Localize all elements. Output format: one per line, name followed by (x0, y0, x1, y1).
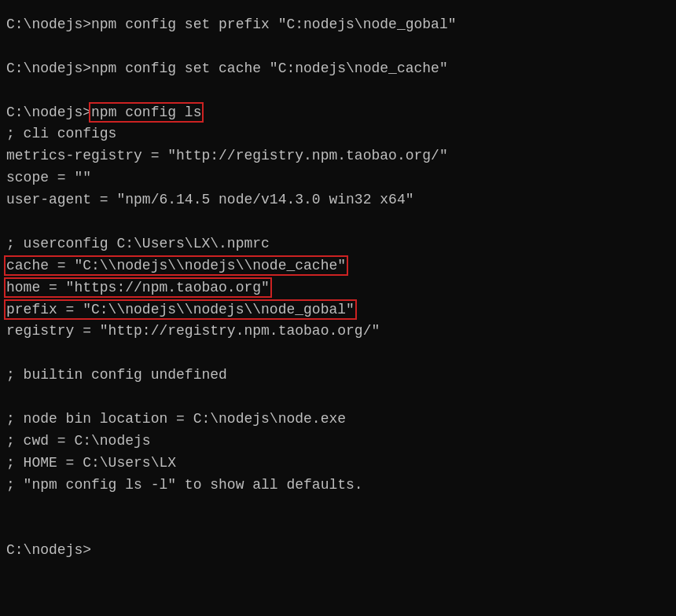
command-line-2: C:\nodejs>npm config set cache "C:nodejs… (6, 58, 670, 80)
output-line-cache: cache = "C:\\nodejs\\nodejs\\node_cache" (6, 255, 670, 277)
blank-line-4 (6, 343, 670, 365)
cache-value-box: cache = "C:\\nodejs\\nodejs\\node_cache" (6, 258, 346, 273)
output-line-prefix: prefix = "C:\\nodejs\\nodejs\\node_gobal… (6, 299, 670, 321)
output-line-node-bin: ; node bin location = C:\nodejs\node.exe (6, 409, 670, 431)
blank-line-1 (6, 36, 670, 58)
npm-config-ls-cmd: npm config ls (91, 104, 201, 120)
output-line-userconfig: ; userconfig C:\Users\LX\.npmrc (6, 233, 670, 255)
output-line-home-dir: ; HOME = C:\Users\LX (6, 453, 670, 475)
output-line-cli-configs: ; cli configs (6, 123, 670, 145)
blank-line-5 (6, 387, 670, 409)
command-line-3: C:\nodejs>npm config ls (6, 102, 670, 124)
output-line-builtin: ; builtin config undefined (6, 365, 670, 387)
blank-line-7 (6, 518, 670, 540)
output-line-user-agent: user-agent = "npm/6.14.5 node/v14.3.0 wi… (6, 189, 670, 211)
command-line-1: C:\nodejs>npm config set prefix "C:nodej… (6, 14, 670, 36)
prompt-3: C:\nodejs> (6, 104, 91, 120)
blank-line-6 (6, 497, 670, 519)
output-line-registry: registry = "http://registry.npm.taobao.o… (6, 321, 670, 343)
output-line-cwd: ; cwd = C:\nodejs (6, 431, 670, 453)
output-line-scope: scope = "" (6, 167, 670, 189)
terminal-window: C:\nodejs>npm config set prefix "C:nodej… (6, 14, 670, 602)
output-line-home: home = "https://npm.taobao.org" (6, 277, 670, 299)
output-line-hint: ; "npm config ls -l" to show all default… (6, 475, 670, 497)
prefix-value-box: prefix = "C:\\nodejs\\nodejs\\node_gobal… (6, 302, 355, 317)
final-prompt: C:\nodejs> (6, 540, 670, 562)
blank-line-2 (6, 80, 670, 102)
output-line-metrics-registry: metrics-registry = "http://registry.npm.… (6, 145, 670, 167)
blank-line-3 (6, 211, 670, 233)
home-value-box: home = "https://npm.taobao.org" (6, 280, 270, 295)
